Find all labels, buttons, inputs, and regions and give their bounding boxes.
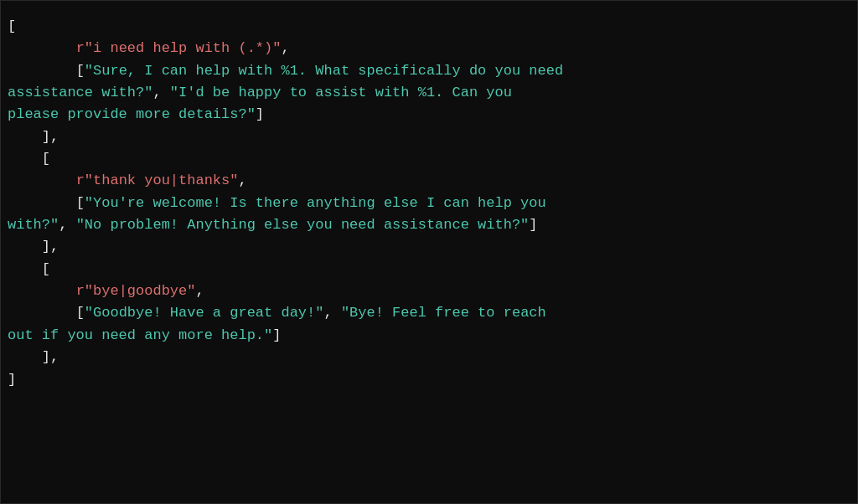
string-value: assistance with?" [8, 85, 152, 100]
string-value: "I'd be happy to assist with %1. Can you [170, 85, 512, 100]
bracket: [ [76, 63, 85, 79]
code-line-13: r"bye|goodbye", [1, 280, 857, 302]
code-line-7: [ [1, 148, 857, 170]
string-value: "Bye! Feel free to reach [341, 305, 546, 321]
comma: , [50, 349, 59, 365]
regex-pattern-3: r"bye|goodbye" [76, 283, 196, 299]
comma: , [59, 217, 75, 233]
comma: , [281, 40, 289, 56]
code-line-2: r"i need help with (.*)", [1, 38, 857, 59]
bracket: ] [42, 349, 50, 365]
bracket: [ [76, 305, 85, 321]
code-line-17: ] [1, 369, 857, 391]
bracket: ] [42, 129, 50, 145]
bracket: ] [272, 327, 281, 343]
string-value: "Goodbye! Have a great day!" [85, 305, 324, 321]
bracket: ] [256, 106, 264, 122]
comma: , [50, 239, 59, 255]
bracket: [ [8, 18, 16, 34]
comma: , [323, 305, 340, 321]
code-line-8: r"thank you|thanks", [1, 170, 857, 192]
comma: , [238, 172, 246, 188]
string-value: "No problem! Anything else you need assi… [76, 217, 530, 233]
code-line-1: [ [1, 16, 857, 38]
string-value: with?" [8, 217, 59, 233]
code-line-11: ], [1, 236, 857, 258]
code-line-14: ["Goodbye! Have a great day!", "Bye! Fee… [1, 302, 857, 324]
bracket: [ [76, 195, 85, 211]
bracket: [ [42, 261, 50, 277]
code-line-16: ], [1, 347, 857, 368]
string-value: "Sure, I can help with %1. What specific… [85, 63, 563, 79]
regex-pattern-2: r"thank you|thanks" [76, 172, 239, 188]
code-block: [ r"i need help with (.*)", ["Sure, I ca… [0, 0, 858, 504]
code-line-3: ["Sure, I can help with %1. What specifi… [1, 60, 857, 82]
code-line-15: out if you need any more help."] [1, 325, 857, 347]
bracket: [ [42, 151, 50, 167]
code-line-5: please provide more details?"] [1, 104, 857, 126]
string-value: please provide more details?" [8, 106, 256, 122]
bracket: ] [8, 372, 16, 388]
code-line-4: assistance with?", "I'd be happy to assi… [1, 82, 857, 104]
code-line-10: with?", "No problem! Anything else you n… [1, 214, 857, 236]
bracket: ] [529, 217, 537, 233]
comma: , [195, 283, 204, 299]
comma: , [50, 129, 59, 145]
string-value: "You're welcome! Is there anything else … [85, 195, 546, 211]
code-line-9: ["You're welcome! Is there anything else… [1, 193, 857, 214]
comma: , [152, 85, 169, 100]
code-line-12: [ [1, 259, 857, 280]
regex-pattern-1: r"i need help with (.*)" [76, 40, 282, 56]
bracket: ] [42, 239, 50, 255]
string-value: out if you need any more help." [8, 327, 272, 343]
code-line-6: ], [1, 126, 857, 148]
